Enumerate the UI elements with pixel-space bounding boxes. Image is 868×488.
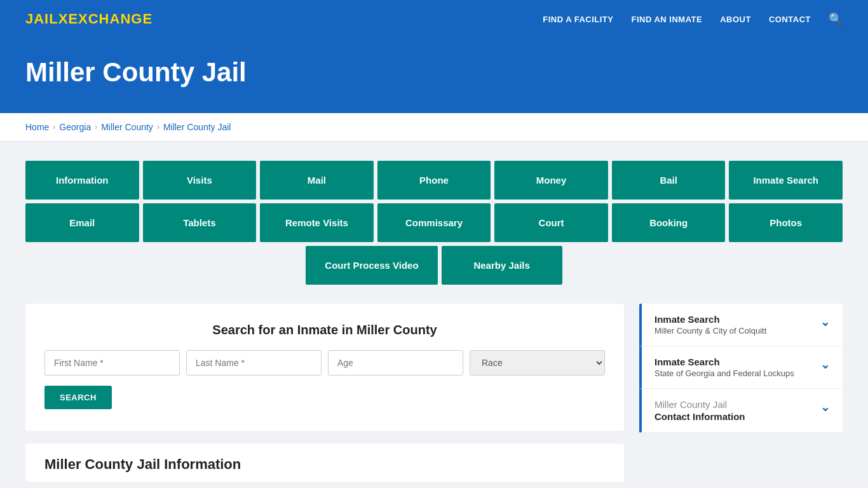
sidebar-contact-title: Miller County Jail [654, 399, 745, 410]
button-grid-row2: Email Tablets Remote Visits Commissary C… [25, 203, 843, 242]
btn-tablets[interactable]: Tablets [143, 203, 257, 242]
race-select[interactable]: Race White Black Hispanic Asian Other [470, 350, 605, 376]
logo-exchange: EXCHANGE [68, 11, 153, 27]
nav-contact[interactable]: CONTACT [769, 15, 811, 24]
content-area: Search for an Inmate in Miller County Ra… [25, 304, 843, 482]
btn-money[interactable]: Money [494, 161, 608, 200]
sidebar-item-contact[interactable]: Miller County Jail Contact Information ⌄ [639, 389, 843, 433]
btn-information[interactable]: Information [25, 161, 139, 200]
nav-about[interactable]: ABOUT [720, 15, 751, 24]
first-name-input[interactable] [44, 350, 180, 376]
sidebar-item-sub-2: State of Georgia and Federal Lockups [654, 369, 794, 378]
search-fields: Race White Black Hispanic Asian Other [44, 350, 605, 376]
btn-mail[interactable]: Mail [260, 161, 374, 200]
btn-inmate-search[interactable]: Inmate Search [729, 161, 843, 200]
chevron-down-icon-2: ⌄ [820, 358, 830, 372]
sidebar: Inmate Search Miller County & City of Co… [639, 304, 843, 433]
site-logo[interactable]: JAILXEXCHANGE [25, 11, 153, 27]
sidebar-item-inmate-search-1[interactable]: Inmate Search Miller County & City of Co… [639, 304, 843, 346]
btn-court[interactable]: Court [494, 203, 608, 242]
hero-section: Miller County Jail [0, 38, 868, 113]
nav-find-inmate[interactable]: FIND AN INMATE [631, 15, 702, 24]
info-title: Miller County Jail Information [44, 456, 605, 473]
chevron-down-icon-1: ⌄ [820, 315, 830, 329]
breadcrumb-sep-2: › [95, 123, 97, 132]
search-section: Search for an Inmate in Miller County Ra… [25, 304, 624, 431]
info-section: Miller County Jail Information [25, 444, 624, 482]
sidebar-contact-sub: Contact Information [654, 411, 745, 422]
header: JAILXEXCHANGE FIND A FACILITY FIND AN IN… [0, 0, 868, 38]
breadcrumb-current: Miller County Jail [163, 122, 231, 132]
search-title: Search for an Inmate in Miller County [44, 323, 605, 337]
sidebar-item-title-1: Inmate Search [654, 314, 766, 325]
breadcrumb-bar: Home › Georgia › Miller County › Miller … [0, 113, 868, 142]
button-grid-row1: Information Visits Mail Phone Money Bail… [25, 161, 843, 200]
breadcrumb: Home › Georgia › Miller County › Miller … [25, 122, 843, 132]
page-title: Miller County Jail [25, 57, 843, 88]
breadcrumb-sep-1: › [53, 123, 55, 132]
btn-phone[interactable]: Phone [377, 161, 491, 200]
sidebar-item-title-2: Inmate Search [654, 356, 794, 367]
search-button[interactable]: SEARCH [44, 386, 112, 409]
logo-x: X [58, 11, 69, 27]
btn-court-process-video[interactable]: Court Process Video [306, 246, 437, 285]
btn-nearby-jails[interactable]: Nearby Jails [442, 246, 562, 285]
search-icon[interactable]: 🔍 [829, 12, 843, 26]
btn-commissary[interactable]: Commissary [377, 203, 491, 242]
breadcrumb-home[interactable]: Home [25, 122, 49, 132]
age-input[interactable] [328, 350, 463, 376]
btn-bail[interactable]: Bail [612, 161, 726, 200]
breadcrumb-sep-3: › [157, 123, 159, 132]
breadcrumb-miller-county[interactable]: Miller County [101, 122, 153, 132]
nav-find-facility[interactable]: FIND A FACILITY [543, 15, 613, 24]
left-column: Search for an Inmate in Miller County Ra… [25, 304, 624, 482]
btn-booking[interactable]: Booking [612, 203, 726, 242]
button-grid-row3: Court Process Video Nearby Jails [25, 246, 843, 285]
last-name-input[interactable] [186, 350, 322, 376]
main-nav: FIND A FACILITY FIND AN INMATE ABOUT CON… [543, 12, 843, 26]
btn-visits[interactable]: Visits [143, 161, 257, 200]
chevron-down-icon-3: ⌄ [820, 400, 830, 414]
btn-photos[interactable]: Photos [729, 203, 843, 242]
breadcrumb-georgia[interactable]: Georgia [59, 122, 91, 132]
btn-remote-visits[interactable]: Remote Visits [260, 203, 374, 242]
main-content: Information Visits Mail Phone Money Bail… [0, 142, 868, 488]
btn-email[interactable]: Email [25, 203, 139, 242]
sidebar-item-sub-1: Miller County & City of Colquitt [654, 326, 766, 336]
logo-jail: JAIL [25, 11, 58, 27]
sidebar-item-inmate-search-2[interactable]: Inmate Search State of Georgia and Feder… [639, 346, 843, 389]
